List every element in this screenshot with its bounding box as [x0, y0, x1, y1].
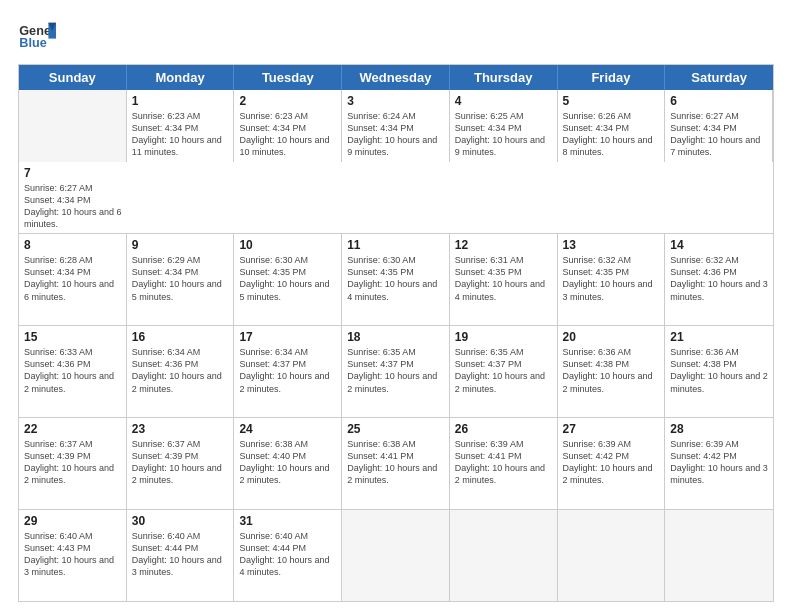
day-number: 15 [24, 330, 121, 344]
cell-info: Sunrise: 6:23 AMSunset: 4:34 PMDaylight:… [132, 110, 229, 159]
cell-info: Sunrise: 6:36 AMSunset: 4:38 PMDaylight:… [670, 346, 768, 395]
day-number: 4 [455, 94, 552, 108]
header-day-saturday: Saturday [665, 65, 773, 90]
svg-text:Blue: Blue [19, 36, 46, 50]
cell-info: Sunrise: 6:38 AMSunset: 4:41 PMDaylight:… [347, 438, 444, 487]
calendar-row-0: 1Sunrise: 6:23 AMSunset: 4:34 PMDaylight… [19, 90, 773, 233]
cell-info: Sunrise: 6:36 AMSunset: 4:38 PMDaylight:… [563, 346, 660, 395]
day-number: 5 [563, 94, 660, 108]
header-day-monday: Monday [127, 65, 235, 90]
calendar-cell: 14Sunrise: 6:32 AMSunset: 4:36 PMDayligh… [665, 234, 773, 325]
calendar-cell: 12Sunrise: 6:31 AMSunset: 4:35 PMDayligh… [450, 234, 558, 325]
cell-info: Sunrise: 6:39 AMSunset: 4:42 PMDaylight:… [670, 438, 768, 487]
cell-info: Sunrise: 6:28 AMSunset: 4:34 PMDaylight:… [24, 254, 121, 303]
day-number: 19 [455, 330, 552, 344]
day-number: 12 [455, 238, 552, 252]
cell-info: Sunrise: 6:30 AMSunset: 4:35 PMDaylight:… [347, 254, 444, 303]
calendar-cell: 26Sunrise: 6:39 AMSunset: 4:41 PMDayligh… [450, 418, 558, 509]
day-number: 14 [670, 238, 768, 252]
day-number: 9 [132, 238, 229, 252]
day-number: 11 [347, 238, 444, 252]
logo-icon: General Blue [18, 18, 56, 56]
header-day-tuesday: Tuesday [234, 65, 342, 90]
cell-info: Sunrise: 6:39 AMSunset: 4:41 PMDaylight:… [455, 438, 552, 487]
calendar-cell: 22Sunrise: 6:37 AMSunset: 4:39 PMDayligh… [19, 418, 127, 509]
calendar-row-2: 15Sunrise: 6:33 AMSunset: 4:36 PMDayligh… [19, 325, 773, 417]
day-number: 21 [670, 330, 768, 344]
day-number: 6 [670, 94, 767, 108]
day-number: 17 [239, 330, 336, 344]
header: General Blue [18, 18, 774, 56]
calendar-cell: 28Sunrise: 6:39 AMSunset: 4:42 PMDayligh… [665, 418, 773, 509]
cell-info: Sunrise: 6:37 AMSunset: 4:39 PMDaylight:… [132, 438, 229, 487]
calendar-cell: 5Sunrise: 6:26 AMSunset: 4:34 PMDaylight… [558, 90, 666, 162]
calendar-body: 1Sunrise: 6:23 AMSunset: 4:34 PMDaylight… [19, 90, 773, 601]
calendar-cell: 1Sunrise: 6:23 AMSunset: 4:34 PMDaylight… [127, 90, 235, 162]
calendar-row-1: 8Sunrise: 6:28 AMSunset: 4:34 PMDaylight… [19, 233, 773, 325]
calendar-cell: 29Sunrise: 6:40 AMSunset: 4:43 PMDayligh… [19, 510, 127, 601]
calendar-row-3: 22Sunrise: 6:37 AMSunset: 4:39 PMDayligh… [19, 417, 773, 509]
calendar-header: SundayMondayTuesdayWednesdayThursdayFrid… [19, 65, 773, 90]
cell-info: Sunrise: 6:32 AMSunset: 4:35 PMDaylight:… [563, 254, 660, 303]
cell-info: Sunrise: 6:32 AMSunset: 4:36 PMDaylight:… [670, 254, 768, 303]
calendar-cell: 8Sunrise: 6:28 AMSunset: 4:34 PMDaylight… [19, 234, 127, 325]
calendar-cell: 15Sunrise: 6:33 AMSunset: 4:36 PMDayligh… [19, 326, 127, 417]
day-number: 3 [347, 94, 444, 108]
calendar-cell: 23Sunrise: 6:37 AMSunset: 4:39 PMDayligh… [127, 418, 235, 509]
calendar-cell: 24Sunrise: 6:38 AMSunset: 4:40 PMDayligh… [234, 418, 342, 509]
cell-info: Sunrise: 6:34 AMSunset: 4:37 PMDaylight:… [239, 346, 336, 395]
cell-info: Sunrise: 6:35 AMSunset: 4:37 PMDaylight:… [347, 346, 444, 395]
header-day-wednesday: Wednesday [342, 65, 450, 90]
calendar-cell: 10Sunrise: 6:30 AMSunset: 4:35 PMDayligh… [234, 234, 342, 325]
calendar-cell: 6Sunrise: 6:27 AMSunset: 4:34 PMDaylight… [665, 90, 773, 162]
calendar-cell: 17Sunrise: 6:34 AMSunset: 4:37 PMDayligh… [234, 326, 342, 417]
calendar-cell: 3Sunrise: 6:24 AMSunset: 4:34 PMDaylight… [342, 90, 450, 162]
calendar-row-4: 29Sunrise: 6:40 AMSunset: 4:43 PMDayligh… [19, 509, 773, 601]
calendar-cell [342, 510, 450, 601]
calendar-cell [665, 510, 773, 601]
day-number: 30 [132, 514, 229, 528]
cell-info: Sunrise: 6:31 AMSunset: 4:35 PMDaylight:… [455, 254, 552, 303]
calendar-cell: 9Sunrise: 6:29 AMSunset: 4:34 PMDaylight… [127, 234, 235, 325]
day-number: 20 [563, 330, 660, 344]
day-number: 22 [24, 422, 121, 436]
cell-info: Sunrise: 6:40 AMSunset: 4:43 PMDaylight:… [24, 530, 121, 579]
day-number: 10 [239, 238, 336, 252]
day-number: 8 [24, 238, 121, 252]
calendar-cell: 7Sunrise: 6:27 AMSunset: 4:34 PMDaylight… [19, 162, 127, 234]
day-number: 29 [24, 514, 121, 528]
calendar-cell: 21Sunrise: 6:36 AMSunset: 4:38 PMDayligh… [665, 326, 773, 417]
cell-info: Sunrise: 6:35 AMSunset: 4:37 PMDaylight:… [455, 346, 552, 395]
calendar-cell: 18Sunrise: 6:35 AMSunset: 4:37 PMDayligh… [342, 326, 450, 417]
day-number: 23 [132, 422, 229, 436]
cell-info: Sunrise: 6:27 AMSunset: 4:34 PMDaylight:… [670, 110, 767, 159]
calendar-cell [558, 510, 666, 601]
logo-shape: General Blue [18, 18, 56, 56]
cell-info: Sunrise: 6:40 AMSunset: 4:44 PMDaylight:… [239, 530, 336, 579]
day-number: 27 [563, 422, 660, 436]
calendar-cell: 25Sunrise: 6:38 AMSunset: 4:41 PMDayligh… [342, 418, 450, 509]
header-day-thursday: Thursday [450, 65, 558, 90]
calendar-cell: 16Sunrise: 6:34 AMSunset: 4:36 PMDayligh… [127, 326, 235, 417]
logo: General Blue [18, 18, 56, 56]
cell-info: Sunrise: 6:27 AMSunset: 4:34 PMDaylight:… [24, 182, 122, 231]
calendar-cell [450, 510, 558, 601]
cell-info: Sunrise: 6:25 AMSunset: 4:34 PMDaylight:… [455, 110, 552, 159]
calendar-cell [19, 90, 127, 162]
day-number: 25 [347, 422, 444, 436]
cell-info: Sunrise: 6:33 AMSunset: 4:36 PMDaylight:… [24, 346, 121, 395]
day-number: 2 [239, 94, 336, 108]
cell-info: Sunrise: 6:37 AMSunset: 4:39 PMDaylight:… [24, 438, 121, 487]
day-number: 13 [563, 238, 660, 252]
calendar-cell: 30Sunrise: 6:40 AMSunset: 4:44 PMDayligh… [127, 510, 235, 601]
cell-info: Sunrise: 6:39 AMSunset: 4:42 PMDaylight:… [563, 438, 660, 487]
header-day-sunday: Sunday [19, 65, 127, 90]
cell-info: Sunrise: 6:26 AMSunset: 4:34 PMDaylight:… [563, 110, 660, 159]
calendar-cell: 2Sunrise: 6:23 AMSunset: 4:34 PMDaylight… [234, 90, 342, 162]
calendar-cell: 27Sunrise: 6:39 AMSunset: 4:42 PMDayligh… [558, 418, 666, 509]
cell-info: Sunrise: 6:30 AMSunset: 4:35 PMDaylight:… [239, 254, 336, 303]
calendar-cell: 11Sunrise: 6:30 AMSunset: 4:35 PMDayligh… [342, 234, 450, 325]
day-number: 1 [132, 94, 229, 108]
cell-info: Sunrise: 6:40 AMSunset: 4:44 PMDaylight:… [132, 530, 229, 579]
day-number: 24 [239, 422, 336, 436]
